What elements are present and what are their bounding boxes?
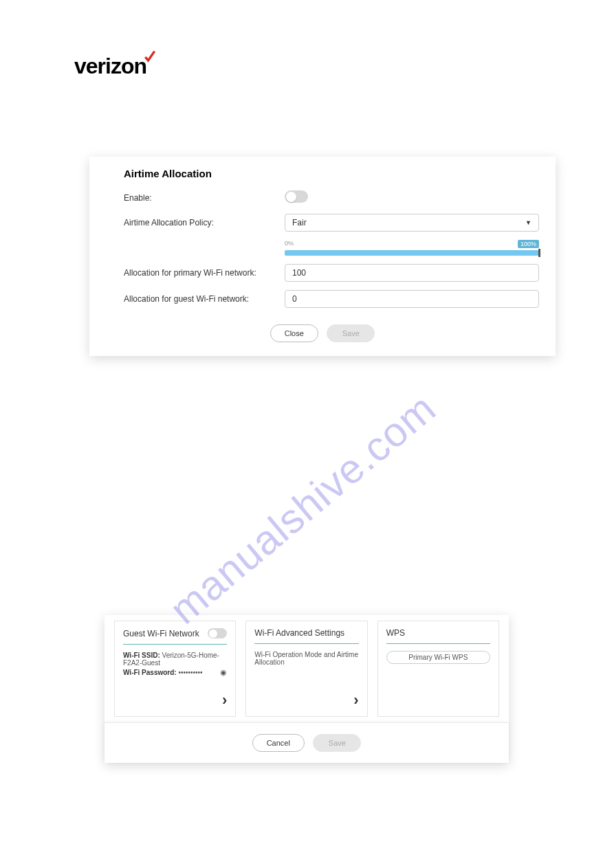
ssid-label: Wi-Fi SSID:	[123, 652, 160, 659]
primary-alloc-input[interactable]: 100	[285, 264, 539, 282]
airtime-title: Airtime Allocation	[124, 168, 539, 179]
wps-card: WPS Primary Wi-Fi WPS	[377, 621, 499, 717]
primary-wps-button[interactable]: Primary Wi-Fi WPS	[386, 651, 490, 664]
cancel-button[interactable]: Cancel	[252, 734, 305, 752]
guest-wifi-title: Guest Wi-Fi Network	[123, 629, 199, 638]
advanced-desc: Wi-Fi Operation Mode and Airtime Allocat…	[254, 651, 358, 666]
policy-select[interactable]: Fair ▼	[285, 214, 539, 232]
enable-label: Enable:	[124, 193, 285, 203]
policy-value: Fair	[292, 218, 307, 227]
wps-title: WPS	[386, 628, 405, 638]
guest-wifi-arrow-icon[interactable]: ›	[123, 691, 227, 709]
verizon-logo: verizon	[74, 54, 160, 79]
logo-check-icon	[143, 44, 157, 69]
advanced-settings-card: Wi-Fi Advanced Settings Wi-Fi Operation …	[245, 621, 367, 717]
guest-alloc-input[interactable]: 0	[285, 290, 539, 308]
chevron-down-icon: ▼	[525, 219, 531, 226]
save-button[interactable]: Save	[327, 324, 375, 342]
toggle-knob	[209, 630, 217, 638]
eye-icon[interactable]: ◉	[220, 668, 227, 677]
advanced-arrow-icon[interactable]: ›	[254, 691, 358, 709]
slider-min: 0%	[285, 240, 294, 248]
primary-alloc-label: Allocation for primary Wi-Fi network:	[124, 268, 285, 278]
allocation-slider[interactable]	[285, 250, 539, 256]
guest-alloc-label: Allocation for guest Wi-Fi network:	[124, 294, 285, 304]
pwd-value: ••••••••••	[178, 669, 202, 676]
guest-wifi-toggle[interactable]	[208, 628, 227, 638]
save-button-2[interactable]: Save	[313, 734, 361, 752]
pwd-label: Wi-Fi Password:	[123, 669, 177, 676]
logo-text: verizon	[74, 54, 146, 78]
policy-label: Airtime Allocation Policy:	[124, 218, 285, 227]
guest-wifi-card: Guest Wi-Fi Network Wi-Fi SSID: Verizon-…	[114, 621, 236, 717]
toggle-knob	[286, 192, 296, 202]
wifi-cards-panel: Guest Wi-Fi Network Wi-Fi SSID: Verizon-…	[105, 615, 509, 763]
slider-handle[interactable]	[538, 249, 540, 257]
advanced-title: Wi-Fi Advanced Settings	[254, 628, 344, 638]
enable-toggle[interactable]	[285, 190, 308, 203]
slider-max: 100%	[518, 240, 539, 248]
airtime-allocation-panel: Airtime Allocation Enable: Airtime Alloc…	[89, 157, 556, 356]
close-button[interactable]: Close	[270, 324, 318, 342]
